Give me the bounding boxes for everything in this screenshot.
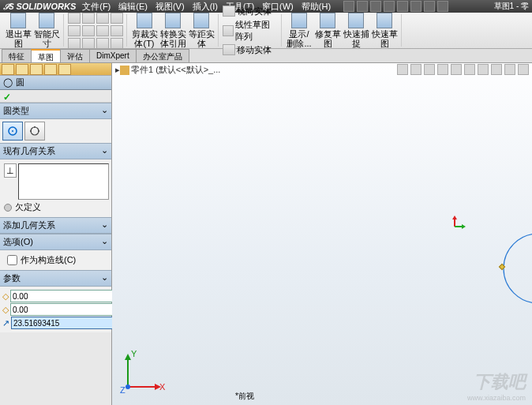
center-x-input[interactable] — [10, 290, 115, 302]
repair-sketch-button[interactable]: 修复草 图 — [314, 13, 341, 48]
existing-relations-header[interactable]: 现有几何关系⌄ — [0, 143, 111, 159]
tab-sketch[interactable]: 草图 — [31, 49, 61, 62]
mirror-icon[interactable] — [223, 6, 235, 17]
dimxpert-tab-icon[interactable] — [44, 64, 57, 75]
svg-point-3 — [30, 130, 32, 132]
flyout-tree[interactable]: ▸零件1 (默认<<默认>_... — [115, 64, 220, 76]
exit-sketch-button[interactable]: 退出草 图 — [5, 13, 32, 48]
feature-tree-tab-icon[interactable] — [2, 64, 14, 75]
view-orient-icon[interactable] — [451, 64, 462, 75]
polygon-tool-icon[interactable] — [82, 25, 95, 36]
slot-tool-icon[interactable] — [111, 13, 123, 24]
hide-show-icon[interactable] — [478, 64, 489, 75]
svg-point-4 — [38, 130, 39, 132]
move-icon[interactable] — [223, 44, 235, 55]
quick-access-toolbar — [343, 1, 448, 12]
perimeter-circle-button[interactable] — [24, 122, 45, 141]
construction-checkbox[interactable] — [7, 255, 17, 265]
property-manager: ◯圆 ✓ 圆类型⌄ 现有几何关系⌄ ⊥ 欠定义 添加几何关系⌄ 选项(O)⌄ 作… — [0, 63, 112, 405]
watermark-logo: 下载吧 — [474, 370, 526, 394]
view-settings-icon[interactable] — [518, 64, 529, 75]
qat-undo-icon[interactable] — [397, 1, 408, 12]
svg-text:Y: Y — [131, 349, 137, 358]
circle-type-header[interactable]: 圆类型⌄ — [0, 103, 111, 119]
qat-save-icon[interactable] — [370, 1, 381, 12]
collapse-icon[interactable]: ⌄ — [101, 105, 108, 117]
menu-view[interactable]: 视图(V) — [155, 1, 185, 13]
pattern-icon[interactable] — [223, 25, 234, 36]
property-tab-icon[interactable] — [16, 64, 28, 75]
fillet-tool-icon[interactable] — [96, 25, 109, 36]
quick-snap-button[interactable]: 快速捕 捉 — [343, 13, 369, 48]
definition-status: 欠定义 — [2, 200, 109, 215]
document-title: 草图1 - 零 — [494, 1, 529, 12]
view-triad: Y X Z — [120, 347, 167, 395]
main-menu: 文件(F) 编辑(E) 视图(V) 插入(I) 工具(T) 窗口(W) 帮助(H… — [82, 1, 331, 13]
scene-icon[interactable] — [504, 64, 515, 75]
zoom-fit-icon[interactable] — [397, 64, 408, 75]
display-style-icon[interactable] — [464, 64, 475, 75]
collapse-icon[interactable]: ⌄ — [101, 236, 108, 248]
tab-features[interactable]: 特征 — [2, 49, 32, 62]
qat-new-icon[interactable] — [343, 1, 354, 12]
svg-marker-8 — [452, 216, 457, 219]
sketch-circle[interactable] — [499, 229, 532, 308]
plane-tool-icon[interactable] — [111, 38, 123, 49]
tab-dimxpert[interactable]: DimXpert — [89, 49, 137, 62]
pm-title: ◯圆 — [0, 76, 111, 90]
rapid-sketch-button[interactable]: 快速草 图 — [371, 13, 398, 48]
zoom-area-icon[interactable] — [410, 64, 421, 75]
center-circle-button[interactable] — [2, 122, 23, 141]
appearance-icon[interactable] — [491, 64, 502, 75]
svg-marker-12 — [125, 354, 131, 360]
line-tool-icon[interactable] — [68, 13, 81, 24]
config-tab-icon[interactable] — [30, 64, 43, 75]
add-relations-header[interactable]: 添加几何关系⌄ — [0, 217, 111, 234]
qat-redo-icon[interactable] — [410, 1, 421, 12]
menu-insert[interactable]: 插入(I) — [193, 1, 218, 13]
point-tool-icon[interactable] — [96, 38, 109, 49]
part-icon — [120, 66, 129, 75]
rect-tool-icon[interactable] — [68, 25, 81, 36]
relation-perpendicular-icon: ⊥ — [4, 163, 17, 178]
text-tool-icon[interactable] — [111, 25, 123, 36]
cx-icon: ◇ — [2, 291, 9, 302]
collapse-icon[interactable]: ⌄ — [101, 272, 108, 284]
display-delete-button[interactable]: 显示/ 删除... — [286, 13, 313, 48]
watermark-url: www.xiazaiba.com — [467, 394, 526, 402]
offset-button[interactable]: 等距实 体 — [188, 13, 215, 48]
qat-options-icon[interactable] — [437, 1, 448, 12]
qat-print-icon[interactable] — [384, 1, 395, 12]
options-header[interactable]: 选项(O)⌄ — [0, 234, 111, 250]
prev-view-icon[interactable] — [424, 64, 435, 75]
arc-tool-icon[interactable] — [82, 13, 95, 24]
collapse-icon[interactable]: ⌄ — [101, 145, 108, 157]
display-tab-icon[interactable] — [58, 64, 71, 75]
cy-icon: ◇ — [2, 304, 9, 315]
ribbon: 退出草 图 智能尺 寸 剪裁实 体(T) 转换实 体引用 等距实 体 镜向实体 … — [0, 13, 532, 49]
svg-point-2 — [31, 127, 39, 135]
menu-help[interactable]: 帮助(H) — [302, 1, 331, 13]
collapse-icon[interactable]: ⌄ — [101, 219, 108, 231]
heads-up-toolbar — [397, 64, 529, 75]
smart-dimension-button[interactable]: 智能尺 寸 — [33, 13, 60, 48]
ellipse-tool-icon[interactable] — [96, 13, 109, 24]
tab-evaluate[interactable]: 评估 — [60, 49, 90, 62]
qat-rebuild-icon[interactable] — [424, 1, 435, 12]
spline-tool-icon[interactable] — [82, 38, 95, 49]
trim-button[interactable]: 剪裁实 体(T) — [131, 13, 158, 48]
tab-office[interactable]: 办公室产品 — [136, 49, 189, 62]
menu-file[interactable]: 文件(F) — [82, 1, 111, 13]
circle-tool-icon[interactable] — [68, 38, 81, 49]
radius-icon: ↗ — [2, 317, 9, 328]
menu-edit[interactable]: 编辑(E) — [118, 1, 148, 13]
relations-list[interactable] — [18, 163, 109, 200]
ok-button[interactable]: ✓ — [3, 92, 11, 103]
radius-input[interactable] — [11, 317, 116, 329]
section-view-icon[interactable] — [437, 64, 448, 75]
qat-open-icon[interactable] — [357, 1, 368, 12]
params-header[interactable]: 参数⌄ — [0, 270, 111, 287]
convert-button[interactable]: 转换实 体引用 — [159, 13, 186, 48]
graphics-viewport[interactable]: ▸零件1 (默认<<默认>_... — [112, 63, 532, 405]
center-y-input[interactable] — [10, 303, 115, 316]
